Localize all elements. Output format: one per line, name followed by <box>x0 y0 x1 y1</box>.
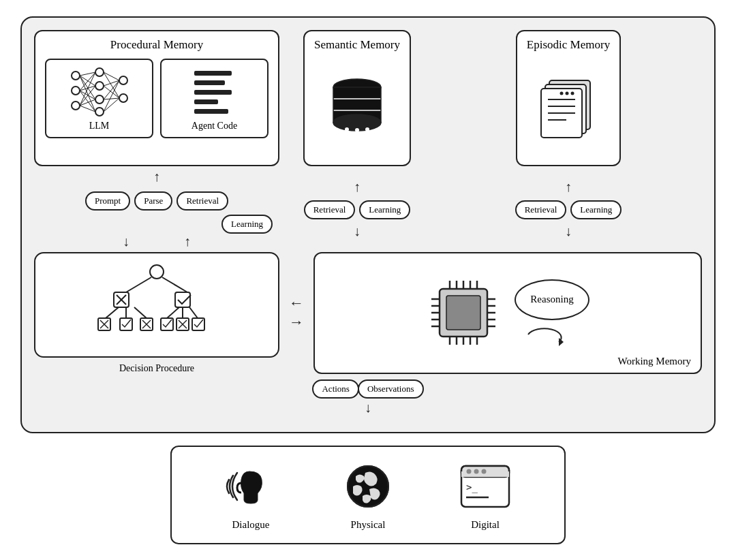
pill-retrieval-sem: Retrieval <box>304 200 356 219</box>
llm-box: LLM <box>45 59 153 138</box>
svg-point-51 <box>566 92 569 95</box>
proc-arrows-down: ↓ ↑ <box>34 234 279 249</box>
cpu-chip-icon <box>426 275 501 350</box>
semantic-column: Semantic Memory <box>289 30 425 166</box>
code-lines-icon <box>191 65 239 116</box>
llm-label: LLM <box>89 121 110 131</box>
middle-row: Decision Procedure ← → <box>34 252 702 374</box>
svg-rect-79 <box>446 296 480 330</box>
reasoning-circle: Reasoning <box>515 279 589 320</box>
proc-arrow-up: ↑ <box>34 169 279 185</box>
svg-point-39 <box>345 127 349 131</box>
svg-point-50 <box>560 92 564 95</box>
episodic-inner <box>536 59 600 157</box>
svg-point-6 <box>95 108 104 116</box>
svg-rect-30 <box>194 80 225 85</box>
reasoning-area: Reasoning <box>508 279 589 347</box>
svg-line-55 <box>162 277 187 292</box>
arrow-up-proc: ↑ <box>153 169 160 185</box>
svg-line-54 <box>126 277 151 292</box>
procedural-title: Procedural Memory <box>45 38 269 52</box>
svg-point-107 <box>474 469 479 473</box>
svg-point-1 <box>72 87 80 95</box>
svg-point-4 <box>95 82 104 90</box>
svg-text:>_: >_ <box>466 482 478 493</box>
neural-network-icon <box>65 65 134 116</box>
agentcode-label: Agent Code <box>191 121 237 131</box>
obs-area: Observations <box>358 379 424 399</box>
svg-line-60 <box>106 307 119 318</box>
proc-connector: ↑ Prompt Parse Retrieval Learning ↓ ↑ <box>34 169 279 249</box>
agentcode-icon-area <box>191 65 239 116</box>
actions-area: Actions <box>312 379 358 399</box>
arrow-down-proc-right: ↑ <box>184 234 191 249</box>
proc-learning-area: Learning <box>34 215 279 234</box>
svg-point-3 <box>95 68 104 76</box>
pill-retrieval-epi: Retrieval <box>515 200 567 219</box>
svg-rect-31 <box>194 90 232 95</box>
svg-rect-33 <box>194 109 228 114</box>
llm-icon-area <box>65 65 134 116</box>
svg-line-63 <box>167 307 179 318</box>
memory-row: Procedural Memory <box>34 30 702 166</box>
svg-rect-59 <box>175 292 190 307</box>
arrow-right: → <box>289 313 304 331</box>
circular-arrow-icon <box>521 323 576 347</box>
semantic-title: Semantic Memory <box>314 38 400 52</box>
terminal-icon: >_ <box>458 459 512 514</box>
svg-point-106 <box>467 469 472 473</box>
episodic-memory-box: Episodic Memory <box>516 30 621 166</box>
arrow-left: ← <box>289 294 304 312</box>
decision-label: Decision Procedure <box>119 363 194 374</box>
svg-point-5 <box>95 95 104 104</box>
working-label: Working Memory <box>617 356 691 367</box>
svg-line-62 <box>134 307 147 318</box>
svg-point-52 <box>571 92 574 95</box>
pill-actions: Actions <box>312 379 358 399</box>
diagram-container: Procedural Memory <box>20 16 716 544</box>
env-item-dialogue: Dialogue <box>224 459 278 531</box>
pill-prompt: Prompt <box>85 191 130 211</box>
sem-pills-row: Retrieval Learning <box>304 200 411 219</box>
arrow-down-epi: ↓ <box>565 223 572 239</box>
pill-parse: Parse <box>134 191 172 211</box>
pill-learning-sem: Learning <box>359 200 410 219</box>
main-box: Procedural Memory <box>20 16 716 433</box>
env-item-digital: >_ Digital <box>458 459 512 531</box>
documents-icon <box>536 75 600 140</box>
svg-line-65 <box>189 307 198 318</box>
svg-point-40 <box>355 128 359 132</box>
arrow-down-sem: ↓ <box>354 223 361 239</box>
procedural-inner: LLM <box>45 59 269 138</box>
bottom-arrow-area: ↓ <box>34 400 702 416</box>
svg-rect-29 <box>194 71 232 76</box>
agentcode-box: Agent Code <box>160 59 269 138</box>
semantic-inner <box>326 59 388 157</box>
environment-section: Dialogue Physical <box>20 440 716 544</box>
svg-point-53 <box>150 265 164 279</box>
arrow-up-epi: ↑ <box>565 179 572 195</box>
dialogue-label: Dialogue <box>232 519 270 531</box>
working-memory-box: Reasoning Working Memory <box>313 252 702 374</box>
arrow-down-env: ↓ <box>365 400 371 416</box>
semantic-memory-box: Semantic Memory <box>303 30 411 166</box>
reasoning-label: Reasoning <box>530 294 573 305</box>
double-arrow-area: ← → <box>289 252 304 374</box>
svg-line-28 <box>104 98 119 112</box>
physical-label: Physical <box>351 519 386 531</box>
svg-rect-32 <box>194 99 218 104</box>
svg-point-0 <box>72 72 80 80</box>
epi-pills-row: Retrieval Learning <box>515 200 622 219</box>
globe-icon <box>341 459 395 514</box>
pill-learning-epi: Learning <box>570 200 622 219</box>
svg-point-2 <box>72 102 80 110</box>
episodic-title: Episodic Memory <box>527 38 610 52</box>
decision-box <box>34 252 279 358</box>
environment-box: Dialogue Physical <box>170 446 566 544</box>
decision-outer: Decision Procedure <box>34 252 279 374</box>
epi-connector: ↑ Retrieval Learning ↓ <box>435 179 702 239</box>
decision-tree-icon <box>89 264 225 345</box>
pill-learning-proc: Learning <box>221 215 273 234</box>
procedural-memory-box: Procedural Memory <box>34 30 279 166</box>
env-item-physical: Physical <box>341 459 395 531</box>
